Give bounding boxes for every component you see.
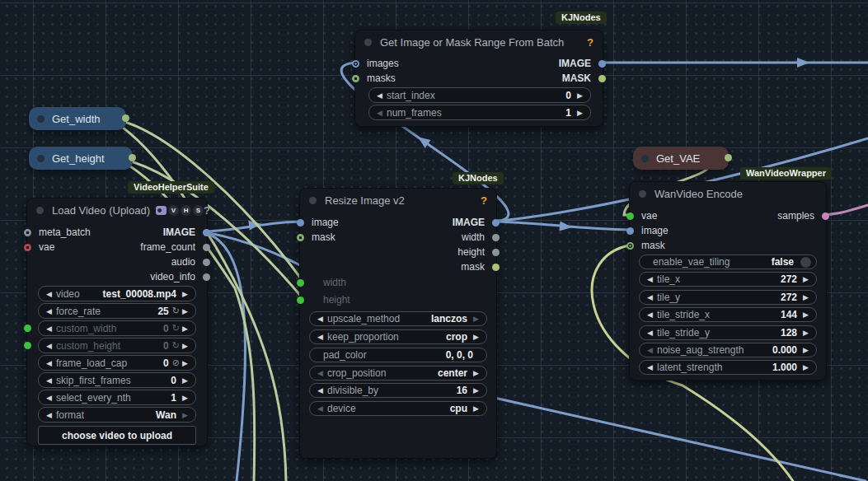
widget-pad-color[interactable]: pad_color 0, 0, 0 <box>309 348 487 362</box>
widget-frame-load-cap[interactable]: ◀ frame_load_cap 0 ⊘ ▶ <box>38 355 196 371</box>
help-icon[interactable]: ? <box>587 36 594 49</box>
increment-arrow-icon[interactable]: ▶ <box>800 293 811 301</box>
output-port-image[interactable]: IMAGE <box>453 216 500 229</box>
increment-arrow-icon[interactable]: ▶ <box>180 290 190 298</box>
increment-arrow-icon[interactable]: ▶ <box>575 109 585 117</box>
port-dot-mask-icon[interactable] <box>297 234 304 241</box>
widget-crop-position[interactable]: ◀ crop_position center ▶ <box>309 366 487 381</box>
decrement-arrow-icon[interactable]: ◀ <box>645 363 655 371</box>
widget-divisible-by[interactable]: ◀ divisible_by 16 ▶ <box>309 383 487 398</box>
collapse-dot-icon[interactable] <box>36 207 44 214</box>
port-dot-image-icon[interactable] <box>352 60 359 68</box>
help-icon[interactable]: ? <box>204 204 210 217</box>
port-dot-icon[interactable] <box>203 244 210 251</box>
decrement-arrow-icon[interactable]: ◀ <box>645 275 655 283</box>
increment-arrow-icon[interactable]: ▶ <box>180 307 190 315</box>
decrement-arrow-icon[interactable]: ◀ <box>44 290 54 298</box>
port-dot-icon[interactable] <box>24 229 31 236</box>
widget-format[interactable]: ◀ format Wan ▶ <box>38 407 196 423</box>
collapse-dot-icon[interactable] <box>639 190 646 198</box>
decrement-arrow-icon[interactable]: ◀ <box>315 386 326 395</box>
input-port-image[interactable]: image <box>626 224 669 237</box>
port-dot-latent-icon[interactable] <box>822 212 829 220</box>
output-port-frame-count[interactable]: frame_count <box>140 240 210 254</box>
port-dot-image-icon[interactable] <box>492 219 500 226</box>
node-get-width[interactable]: Get_width <box>29 107 126 130</box>
output-port-height[interactable]: height <box>457 245 500 259</box>
increment-arrow-icon[interactable]: ▶ <box>180 411 190 419</box>
decrement-arrow-icon[interactable]: ◀ <box>44 359 54 367</box>
refresh-icon[interactable]: ↻ <box>172 306 180 316</box>
port-dot-image-icon[interactable] <box>297 219 304 226</box>
increment-arrow-icon[interactable]: ▶ <box>800 275 811 283</box>
decrement-arrow-icon[interactable]: ◀ <box>44 394 54 402</box>
widget-start-index[interactable]: ◀ start_index 0 ▶ <box>368 87 591 103</box>
refresh-icon[interactable]: ↻ <box>172 323 180 334</box>
increment-arrow-icon[interactable]: ▶ <box>575 91 585 100</box>
port-dot-icon[interactable] <box>203 273 210 281</box>
decrement-arrow-icon[interactable]: ◀ <box>374 109 385 117</box>
decrement-arrow-icon[interactable]: ◀ <box>44 325 54 333</box>
collapse-dot-icon[interactable] <box>309 197 317 204</box>
input-port-images[interactable]: images <box>352 57 399 70</box>
port-dot-icon[interactable] <box>626 212 634 220</box>
increment-arrow-icon[interactable]: ▶ <box>471 386 481 395</box>
decrement-arrow-icon[interactable]: ◀ <box>645 311 655 319</box>
increment-arrow-icon[interactable]: ▶ <box>471 369 481 377</box>
increment-arrow-icon[interactable]: ▶ <box>800 329 811 337</box>
input-slot-height[interactable]: height <box>297 293 350 306</box>
output-port-image[interactable]: IMAGE <box>559 57 606 70</box>
collapse-dot-icon[interactable] <box>37 155 45 162</box>
help-icon[interactable]: ? <box>481 194 487 207</box>
widget-latent-strength[interactable]: ◀ latent_strength 1.000 ▶ <box>639 360 817 375</box>
widget-tile-stride-y[interactable]: ◀ tile_stride_y 128 ▶ <box>639 325 817 340</box>
port-dot-icon[interactable] <box>297 279 304 287</box>
widget-video[interactable]: ◀ video test_00008.mp4 ▶ <box>38 286 196 301</box>
node-get-vae[interactable]: Get_VAE <box>633 147 729 170</box>
widget-tile-x[interactable]: ◀ tile_x 272 ▶ <box>639 272 817 287</box>
widget-enable-vae-tiling[interactable]: enable_vae_tiling false <box>639 255 817 269</box>
increment-arrow-icon[interactable]: ▶ <box>800 311 811 319</box>
port-dot-icon[interactable] <box>492 249 500 256</box>
decrement-arrow-icon[interactable]: ◀ <box>44 411 54 419</box>
input-port-masks[interactable]: masks <box>352 72 396 85</box>
collapse-dot-icon[interactable] <box>641 155 649 162</box>
widget-keep-proportion[interactable]: ◀ keep_proportion crop ▶ <box>309 329 487 344</box>
increment-arrow-icon[interactable]: ▶ <box>471 404 481 413</box>
increment-arrow-icon[interactable]: ▶ <box>800 346 811 354</box>
output-port-dot-icon[interactable] <box>725 154 732 161</box>
node-get-height[interactable]: Get_height <box>29 147 133 170</box>
output-port-mask[interactable]: mask <box>461 260 500 273</box>
choose-video-button[interactable]: choose video to upload <box>38 426 196 445</box>
output-port-dot-icon[interactable] <box>129 154 136 161</box>
node-graph-canvas[interactable]: KJNodes VideoHelperSuite KJNodes WanVide… <box>0 0 868 481</box>
increment-arrow-icon[interactable]: ▶ <box>180 376 190 385</box>
node-title-bar[interactable]: Load Video (Upload) V H S ? <box>27 198 207 222</box>
output-port-video-info[interactable]: video_info <box>150 270 210 283</box>
decrement-arrow-icon[interactable]: ◀ <box>315 369 326 377</box>
widget-select-every-nth[interactable]: ◀ select_every_nth 1 ▶ <box>38 390 196 405</box>
collapse-dot-icon[interactable] <box>37 115 45 123</box>
node-title-bar[interactable]: Get Image or Mask Range From Batch ? <box>355 30 603 54</box>
port-dot-mask-icon[interactable] <box>598 75 606 82</box>
decrement-arrow-icon[interactable]: ◀ <box>44 376 54 385</box>
port-dot-icon[interactable] <box>203 259 210 266</box>
toggle-icon[interactable] <box>800 257 811 268</box>
increment-arrow-icon[interactable]: ▶ <box>471 315 481 323</box>
output-port-audio[interactable]: audio <box>171 255 210 269</box>
port-dot-image-icon[interactable] <box>598 60 606 68</box>
decrement-arrow-icon[interactable]: ◀ <box>44 342 54 350</box>
decrement-arrow-icon[interactable]: ◀ <box>315 315 326 323</box>
widget-tile-y[interactable]: ◀ tile_y 272 ▶ <box>639 290 817 305</box>
widget-num-frames[interactable]: ◀ num_frames 1 ▶ <box>368 105 591 120</box>
widget-tile-stride-x[interactable]: ◀ tile_stride_x 144 ▶ <box>639 307 817 322</box>
refresh-icon[interactable]: ↻ <box>172 340 180 351</box>
port-dot-icon[interactable] <box>297 297 304 304</box>
input-port-image[interactable]: image <box>297 216 339 229</box>
decrement-arrow-icon[interactable]: ◀ <box>645 293 655 301</box>
decrement-arrow-icon[interactable]: ◀ <box>374 91 385 100</box>
decrement-arrow-icon[interactable]: ◀ <box>315 333 326 341</box>
input-port-custom-height-icon[interactable] <box>24 342 31 349</box>
port-dot-mask-icon[interactable] <box>352 75 359 82</box>
port-dot-icon[interactable] <box>24 244 31 251</box>
